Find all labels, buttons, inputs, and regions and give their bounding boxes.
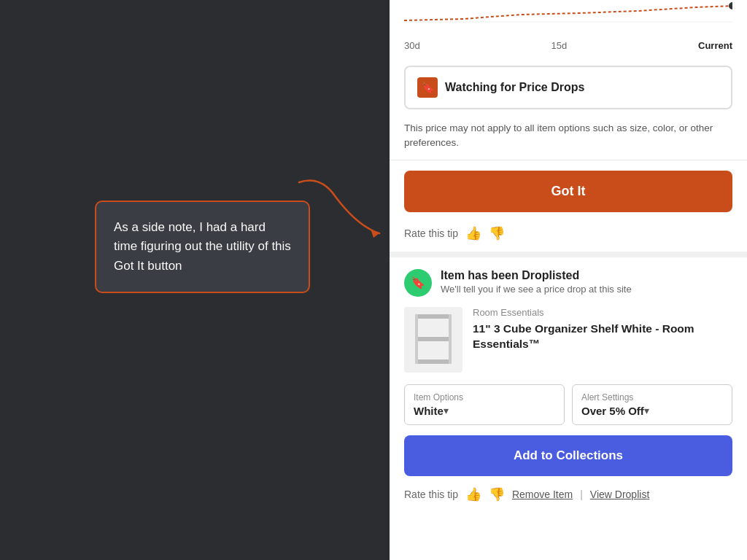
svg-rect-6 (415, 314, 418, 364)
thumbs-down-button-2[interactable]: 👎 (489, 486, 505, 502)
disclaimer-text: This price may not apply to all item opt… (390, 115, 747, 160)
bottom-row: Rate this tip 👍 👎 Remove Item | View Dro… (404, 486, 732, 502)
svg-rect-4 (415, 337, 452, 341)
right-panel: 30d 15d Current 🔖 Watching for Price Dro… (390, 0, 747, 560)
item-options-value: White (414, 405, 444, 417)
droplist-subtitle: We'll tell you if we see a price drop at… (441, 284, 632, 295)
svg-rect-7 (449, 314, 452, 364)
price-chart (404, 0, 732, 33)
product-image (404, 307, 462, 373)
add-collections-button[interactable]: Add to Collections (404, 435, 732, 476)
got-it-button[interactable]: Got It (404, 171, 732, 212)
watching-banner: 🔖 Watching for Price Drops (404, 66, 732, 109)
shelf-svg (411, 311, 455, 369)
thumbs-down-button[interactable]: 👎 (489, 225, 505, 241)
link-separator: | (580, 489, 583, 500)
dropdowns-row: Item Options White ▾ Alert Settings Over… (404, 384, 732, 425)
alert-settings-value: Over 5% Off (581, 405, 644, 417)
svg-marker-0 (371, 229, 379, 238)
droplist-section: 🔖 Item has been Droplisted We'll tell yo… (390, 257, 747, 514)
droplist-icon: 🔖 (404, 269, 432, 297)
remove-item-link[interactable]: Remove Item (512, 489, 573, 500)
alert-settings-chevron: ▾ (644, 405, 649, 416)
alert-settings-label: Alert Settings (581, 392, 633, 402)
divider-top (390, 160, 747, 160)
rate-tip-label-2: Rate this tip (404, 489, 458, 500)
product-brand: Room Essentials (473, 307, 732, 318)
label-30d: 30d (404, 40, 420, 51)
view-droplist-link[interactable]: View Droplist (590, 489, 649, 500)
section-divider (390, 252, 747, 257)
chart-labels: 30d 15d Current (404, 36, 732, 58)
rate-tip-row: Rate this tip 👍 👎 (390, 222, 747, 252)
droplist-header: 🔖 Item has been Droplisted We'll tell yo… (404, 269, 732, 297)
label-current: Current (698, 40, 732, 51)
thumbs-up-button-2[interactable]: 👍 (465, 486, 481, 502)
product-name: 11" 3 Cube Organizer Shelf White - Room … (473, 321, 732, 352)
item-options-chevron: ▾ (444, 405, 449, 416)
chart-area: 30d 15d Current (390, 0, 747, 66)
watching-icon: 🔖 (417, 77, 438, 98)
droplist-info: Item has been Droplisted We'll tell you … (441, 269, 632, 295)
svg-rect-3 (415, 314, 452, 319)
svg-point-2 (729, 2, 732, 9)
item-options-label: Item Options (414, 392, 463, 402)
item-options-value-row: White ▾ (414, 405, 449, 417)
product-row: Room Essentials 11" 3 Cube Organizer She… (404, 307, 732, 373)
label-15d: 15d (551, 40, 568, 51)
thumbs-up-button[interactable]: 👍 (465, 225, 481, 241)
annotation-text: As a side note, I had a hard time figuri… (114, 220, 291, 273)
droplist-title: Item has been Droplisted (441, 269, 632, 282)
alert-settings-value-row: Over 5% Off ▾ (581, 405, 649, 417)
watching-text: Watching for Price Drops (445, 81, 584, 94)
product-info: Room Essentials 11" 3 Cube Organizer She… (473, 307, 732, 352)
alert-settings-dropdown[interactable]: Alert Settings Over 5% Off ▾ (572, 384, 732, 425)
rate-tip-label: Rate this tip (404, 228, 458, 239)
svg-rect-5 (415, 359, 452, 364)
item-options-dropdown[interactable]: Item Options White ▾ (404, 384, 565, 425)
annotation-box: As a side note, I had a hard time figuri… (95, 201, 310, 293)
